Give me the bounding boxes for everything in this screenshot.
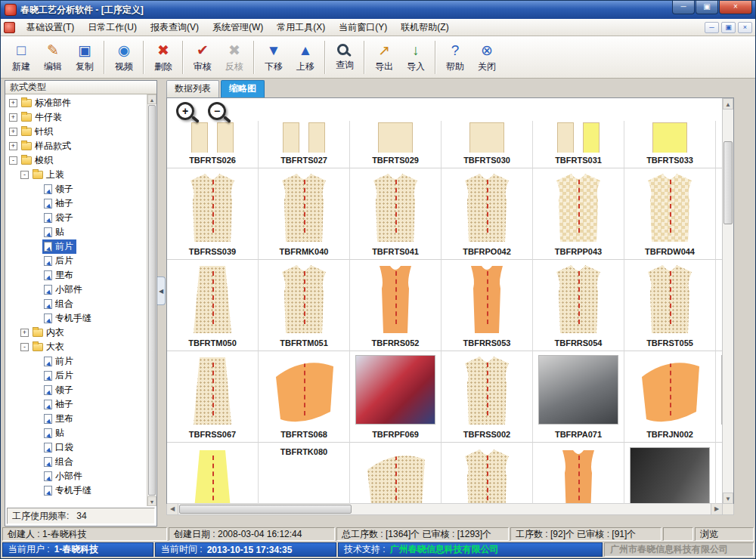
expand-toggle-icon[interactable]: +: [9, 142, 17, 150]
search-button[interactable]: 查询: [329, 39, 361, 76]
close-button[interactable]: ⊗关闭: [471, 39, 503, 76]
tree-item[interactable]: +针织: [5, 125, 147, 139]
expand-toggle-icon[interactable]: +: [20, 329, 29, 337]
tree-item-inner[interactable]: 袖子: [42, 397, 76, 412]
tree-item[interactable]: 小部件: [5, 469, 147, 483]
tree-item-inner[interactable]: 样品款式: [20, 139, 74, 153]
expand-toggle-icon[interactable]: -: [20, 343, 29, 351]
tree-item-inner[interactable]: 领子: [42, 182, 76, 196]
menu-item[interactable]: 基础设置(T): [20, 19, 81, 36]
tree-item[interactable]: 组合: [5, 297, 147, 311]
tree-item-inner[interactable]: 组合: [42, 455, 76, 469]
tree-item-inner[interactable]: 专机手缝: [42, 311, 94, 326]
tree-item[interactable]: 后片: [5, 369, 147, 383]
thumbnail-cell[interactable]: TBFRDW044: [624, 168, 716, 260]
copy-button[interactable]: ▣复制: [69, 39, 101, 76]
tree-item[interactable]: -上装: [5, 168, 147, 182]
thumbnail-cell[interactable]: TBFRTS068: [259, 351, 350, 443]
edit-button[interactable]: ✎编辑: [37, 39, 69, 76]
tree-item[interactable]: 口袋: [5, 440, 147, 455]
vertical-scrollbar-thumb[interactable]: [723, 141, 733, 224]
tree-item-inner[interactable]: 袋子: [42, 211, 76, 225]
tree-item-inner[interactable]: 小部件: [42, 469, 85, 483]
thumbnail-cell[interactable]: TBFRTS026: [167, 121, 259, 168]
tree-item[interactable]: 袖子: [5, 196, 147, 211]
thumbnail-cell[interactable]: TBFRRS053: [442, 260, 533, 351]
mdi-close-button[interactable]: ×: [738, 22, 752, 33]
menu-item[interactable]: 常用工具(X): [270, 19, 332, 36]
mdi-restore-button[interactable]: ▣: [721, 22, 736, 33]
tree-item[interactable]: 袋子: [5, 211, 147, 225]
window-maximize-button[interactable]: ▣: [696, 1, 718, 14]
thumbnail-cell[interactable]: TBFRPO042: [442, 168, 533, 260]
scroll-left-icon[interactable]: ◀: [167, 504, 178, 514]
tree-item[interactable]: 领子: [5, 182, 147, 196]
thumbnail-cell[interactable]: [350, 443, 442, 504]
new-button[interactable]: □新建: [5, 39, 37, 76]
tree-item[interactable]: 贴: [5, 426, 147, 440]
thumbnail-cell[interactable]: TBFRSS002: [442, 351, 533, 443]
tree-item[interactable]: 里布: [5, 268, 147, 283]
tree-item[interactable]: 组合: [5, 455, 147, 469]
unaudit-button[interactable]: ✖反核: [218, 39, 250, 76]
expand-toggle-icon[interactable]: +: [9, 113, 17, 122]
tree-item[interactable]: +样品款式: [5, 139, 147, 153]
tree-item[interactable]: 前片: [5, 354, 147, 369]
move-up-button[interactable]: ▲上移: [290, 39, 321, 76]
window-close-button[interactable]: ×: [719, 1, 752, 14]
vertical-scrollbar[interactable]: ▲ ▼: [722, 98, 733, 504]
tree-item[interactable]: 前片: [5, 239, 147, 254]
sidebar-collapse-handle[interactable]: ◀: [157, 276, 166, 305]
import-button[interactable]: ↓导入: [400, 39, 432, 76]
tab-data-list[interactable]: 数据列表: [166, 80, 219, 97]
thumbnail-cell[interactable]: TBFRTK080: [259, 443, 350, 504]
video-button[interactable]: ◉视频: [108, 39, 140, 76]
tab-thumbnails[interactable]: 缩略图: [221, 80, 265, 97]
tree-item[interactable]: +标准部件: [5, 96, 147, 110]
tree-item-inner[interactable]: 口袋: [42, 440, 76, 455]
help-button[interactable]: ?帮助: [439, 39, 471, 76]
tree-item-inner[interactable]: 贴: [42, 426, 67, 440]
tree-item[interactable]: 领子: [5, 383, 147, 397]
zoom-out-icon[interactable]: −: [208, 102, 226, 120]
thumbnail-cell[interactable]: TBFRTM051: [259, 260, 350, 351]
tree-item-inner[interactable]: 里布: [42, 412, 76, 426]
menu-item[interactable]: 报表查询(V): [144, 19, 206, 36]
thumbnail-cell[interactable]: TBFRRS052: [350, 260, 442, 351]
tree-item-inner[interactable]: 领子: [42, 383, 76, 397]
zoom-in-icon[interactable]: +: [176, 102, 194, 120]
tree-item-inner[interactable]: 组合: [42, 297, 76, 311]
tree-item-inner[interactable]: 贴: [42, 225, 67, 239]
thumbnail-cell[interactable]: [624, 443, 716, 504]
thumbnail-cell[interactable]: TBFRJN002: [624, 351, 716, 443]
tree-item[interactable]: +内衣: [5, 326, 147, 340]
expand-toggle-icon[interactable]: -: [9, 156, 17, 165]
tree-item[interactable]: -梭织: [5, 153, 147, 168]
thumbnail-cell[interactable]: [716, 168, 722, 260]
tree-item-inner[interactable]: 大衣: [31, 340, 67, 354]
tree-item-inner[interactable]: 针织: [20, 125, 56, 139]
mdi-minimize-button[interactable]: ─: [705, 22, 719, 33]
thumbnail-cell[interactable]: [716, 351, 722, 443]
menu-item[interactable]: 日常工作(U): [81, 19, 144, 36]
tree-item-inner[interactable]: 梭织: [20, 153, 56, 168]
tree-item[interactable]: 小部件: [5, 283, 147, 297]
sidebar-scrollbar-thumb[interactable]: [148, 105, 156, 496]
tree-item-inner[interactable]: 前片: [42, 239, 76, 254]
expand-toggle-icon[interactable]: +: [9, 99, 17, 107]
tree-item-inner[interactable]: 后片: [42, 369, 76, 383]
tree-item-inner[interactable]: 上装: [31, 168, 67, 182]
thumbnail-cell[interactable]: TBFRMK040: [259, 168, 350, 260]
thumbnail-cell[interactable]: [716, 121, 722, 168]
scroll-down-icon[interactable]: ▼: [147, 496, 156, 506]
thumbnail-cell[interactable]: TBFRSS067: [167, 351, 259, 443]
tree-item[interactable]: +牛仔装: [5, 110, 147, 125]
thumbnail-cell[interactable]: TBFRPA071: [533, 351, 624, 443]
tree-item-inner[interactable]: 标准部件: [20, 96, 74, 110]
thumbnail-cell[interactable]: [716, 260, 722, 351]
tree-item[interactable]: 专机手缝: [5, 483, 147, 498]
thumbnail-cell[interactable]: TBFRTS030: [442, 121, 533, 168]
scroll-up-icon[interactable]: ▲: [723, 98, 733, 110]
tree-item[interactable]: 贴: [5, 225, 147, 239]
tree-item[interactable]: 后片: [5, 254, 147, 268]
